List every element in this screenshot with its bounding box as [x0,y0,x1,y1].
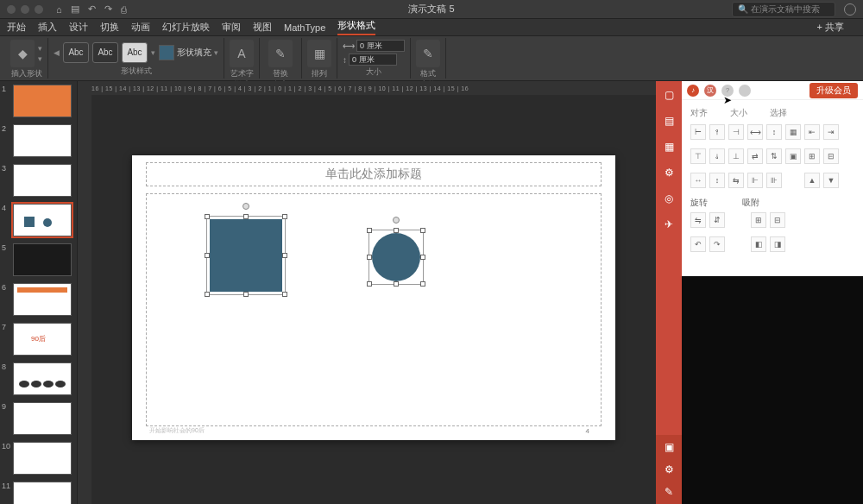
search-input[interactable]: 🔍 在演示文稿中搜索 [732,2,835,17]
resize-handle[interactable] [420,281,425,287]
swap-icon[interactable]: ⇆ [728,173,744,188]
feedback-icon[interactable] [844,3,856,16]
flip-v-icon[interactable]: ⇵ [709,212,725,228]
rail-hierarchy-icon[interactable]: ⚙ [662,166,676,180]
textbox-dropdown[interactable]: ▾ [38,54,42,63]
spacing-h-icon[interactable]: ⊩ [747,173,763,188]
resize-handle[interactable] [420,228,425,233]
slide[interactable]: 单击此处添加标题 [132,155,615,440]
dist-vert-icon[interactable]: ↕ [709,173,725,188]
same-height-icon[interactable]: ↕ [766,124,782,140]
align-right-icon[interactable]: ⊣ [728,124,744,140]
shape-gallery[interactable]: ◆ [10,40,35,67]
resize-handle[interactable] [282,253,287,258]
rail-text-icon[interactable]: ▤ [662,114,676,128]
tab-animation[interactable]: 动画 [131,21,150,34]
style-preset-3[interactable]: Abc [122,42,148,63]
oval-shape[interactable] [372,233,420,281]
slide-thumb[interactable] [13,283,72,316]
resize-handle[interactable] [394,281,399,287]
resize-handle[interactable] [282,214,287,219]
style-preset-1[interactable]: Abc [63,42,89,63]
dist-h-icon[interactable]: ⇄ [747,148,763,164]
format-pane-button[interactable]: ✎ [416,40,440,67]
status-dot-icon[interactable]: ♪ [687,85,699,97]
undo-icon[interactable]: ↶ [88,3,96,15]
spacing-v-icon[interactable]: ⊪ [766,173,782,188]
tab-transition[interactable]: 切换 [100,21,119,34]
slide-thumb[interactable] [13,362,72,395]
tab-mathtype[interactable]: MathType [284,22,325,33]
slide-thumb[interactable] [13,442,72,475]
align-top-icon[interactable]: ⊤ [690,148,706,164]
slide-thumb[interactable] [13,124,72,157]
rail-pin-icon[interactable]: ✎ [662,485,676,499]
bring-front-icon[interactable]: ▲ [804,173,820,188]
flip-h-icon[interactable]: ⇋ [690,212,706,228]
align-bottom-icon[interactable]: ⊥ [728,148,744,164]
tab-slideshow[interactable]: 幻灯片放映 [162,21,210,34]
align-middle-icon[interactable]: ⫰ [709,148,725,164]
resize-handle[interactable] [282,292,287,297]
title-placeholder[interactable]: 单击此处添加标题 [146,162,602,186]
rail-rocket-icon[interactable]: ✈ [662,217,676,231]
rail-wheel-icon[interactable]: ◎ [662,192,676,205]
tab-design[interactable]: 设计 [69,21,88,34]
resize-handle[interactable] [205,292,210,297]
select-next-icon[interactable]: ⇥ [823,124,839,140]
tab-view[interactable]: 视图 [253,21,272,34]
shape-fill-button[interactable]: 形状填充 ▾ [159,45,218,60]
rotate-handle-icon[interactable] [393,217,400,224]
fit-icon[interactable]: ▣ [785,148,801,164]
slide-thumb[interactable] [13,482,72,504]
slide-thumb[interactable] [13,243,72,276]
upgrade-button[interactable]: 升级会员 [809,83,858,98]
slide-thumb[interactable]: 90后 [13,323,72,356]
same-size-icon[interactable]: ▦ [785,124,801,140]
resize-handle[interactable] [420,255,425,260]
tab-shape-format[interactable]: 形状格式 [337,19,375,35]
snap-grid-icon[interactable]: ⊞ [751,212,766,228]
window-controls[interactable] [7,5,43,14]
slide-stage[interactable]: 单击此处添加标题 [91,95,656,504]
redo-icon[interactable]: ↷ [104,3,112,15]
rectangle-shape[interactable] [210,219,282,292]
print-icon[interactable]: ⎙ [121,4,127,15]
tab-home[interactable]: 开始 [7,21,26,34]
tab-review[interactable]: 审阅 [222,21,241,34]
select-prev-icon[interactable]: ⇤ [804,124,820,140]
snap-obj-icon[interactable]: ◧ [751,236,766,252]
rail-layout-icon[interactable]: ▣ [662,440,676,454]
rotate-left-icon[interactable]: ↶ [690,236,706,252]
width-input[interactable]: 0 厘米 [356,40,405,52]
help-icon[interactable]: ? [721,85,734,97]
same-width-icon[interactable]: ⟷ [747,124,763,140]
slide-thumb[interactable] [13,164,72,197]
style-more[interactable]: ▾ [151,48,155,57]
send-back-icon[interactable]: ▼ [823,173,839,188]
save-icon[interactable]: ▤ [71,3,79,15]
arrange-button[interactable]: ▦ [307,40,331,67]
height-input[interactable]: 0 厘米 [349,54,397,66]
rotate-right-icon[interactable]: ↷ [709,236,725,252]
rail-settings-icon[interactable]: ⚙ [662,463,676,476]
share-button[interactable]: + 共享 [817,21,844,34]
status-dot-icon[interactable]: 汉 [704,85,716,97]
slide-panel[interactable]: 1 2 3 4 5 6 790后 8 9 10 11 [0,81,78,504]
alt-text-button[interactable]: ✎ [268,40,293,67]
rail-grid-icon[interactable]: ▦ [662,140,676,154]
rail-slide-icon[interactable]: ▢ [662,88,676,102]
rotate-handle-icon[interactable] [243,203,249,210]
group-icon[interactable]: ⊞ [804,148,820,164]
align-left-icon[interactable]: ⊢ [690,124,706,140]
style-preset-2[interactable]: Abc [92,42,118,63]
style-prev[interactable]: ◀ [54,48,60,57]
align-center-icon[interactable]: ⫯ [709,124,725,140]
snap-center-icon[interactable]: ◨ [770,236,785,252]
slide-thumb[interactable] [13,85,72,117]
shape-dropdown[interactable]: ▾ [38,44,42,53]
ungroup-icon[interactable]: ⊟ [823,148,839,164]
snap-guide-icon[interactable]: ⊟ [770,212,785,228]
slide-thumb[interactable] [13,402,72,435]
tab-insert[interactable]: 插入 [38,21,57,34]
